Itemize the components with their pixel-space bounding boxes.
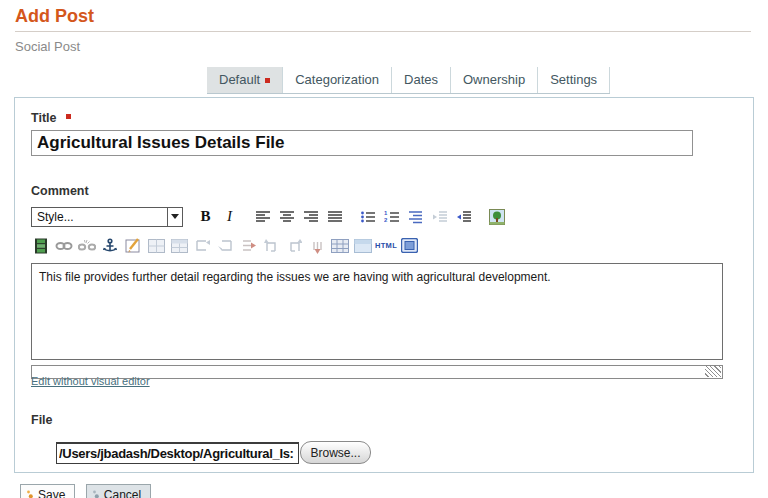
required-icon	[66, 114, 71, 119]
tab-dates[interactable]: Dates	[391, 67, 450, 93]
tab-default[interactable]: Default	[207, 67, 282, 93]
remove-column-icon[interactable]	[307, 237, 327, 254]
insert-link-icon[interactable]	[54, 237, 74, 254]
title-field: Title	[31, 108, 737, 156]
zoom-editor-icon[interactable]	[399, 237, 419, 254]
table-style-icon[interactable]	[353, 237, 373, 254]
table-properties-icon[interactable]	[169, 237, 189, 254]
insert-anchor-icon[interactable]	[100, 237, 120, 254]
file-path-input[interactable]	[56, 442, 299, 464]
page-title: Add Post	[15, 6, 751, 32]
bold-icon[interactable]: B	[196, 208, 215, 226]
title-label: Title	[31, 111, 56, 125]
save-button[interactable]: Save	[20, 484, 75, 498]
add-column-before-icon[interactable]	[261, 237, 281, 254]
align-left-icon[interactable]	[253, 208, 272, 226]
align-center-icon[interactable]	[277, 208, 296, 226]
html-source-icon[interactable]: HTML	[376, 237, 396, 254]
svg-text:1: 1	[384, 210, 388, 216]
page-header: Add Post Social Post	[0, 0, 768, 54]
unordered-list-icon[interactable]	[358, 208, 377, 226]
comment-label: Comment	[31, 184, 89, 198]
browse-button[interactable]: Browse...	[300, 441, 371, 464]
definition-list-icon[interactable]	[406, 208, 425, 226]
table-grid-icon[interactable]	[330, 237, 350, 254]
chevron-down-icon	[167, 208, 182, 226]
file-label: File	[31, 413, 53, 427]
ordered-list-icon[interactable]: 12	[382, 208, 401, 226]
italic-icon[interactable]: I	[220, 208, 239, 226]
cancel-arrow-icon	[92, 489, 100, 498]
comment-editor-area[interactable]: This file provides further detail regard…	[31, 263, 723, 360]
remove-row-icon[interactable]	[238, 237, 258, 254]
add-column-after-icon[interactable]	[284, 237, 304, 254]
add-post-form: Title Comment Style... B I 12	[14, 97, 754, 473]
insert-media-icon[interactable]	[31, 237, 51, 254]
title-input[interactable]	[31, 130, 693, 156]
justify-icon[interactable]	[325, 208, 344, 226]
add-row-before-icon[interactable]	[192, 237, 212, 254]
edit-note-icon[interactable]	[123, 237, 143, 254]
remove-link-icon[interactable]	[77, 237, 97, 254]
editor-toolbar-row2: HTML	[31, 235, 737, 256]
tab-settings[interactable]: Settings	[537, 67, 610, 93]
comment-field: Comment Style... B I 12	[31, 181, 737, 391]
required-icon	[265, 78, 270, 83]
tab-categorization[interactable]: Categorization	[282, 67, 391, 93]
cancel-button[interactable]: Cancel	[86, 484, 151, 498]
insert-table-icon[interactable]	[146, 237, 166, 254]
svg-text:2: 2	[384, 217, 388, 223]
style-select[interactable]: Style...	[31, 207, 183, 227]
file-field: File Browse...	[31, 410, 737, 464]
tab-ownership[interactable]: Ownership	[450, 67, 537, 93]
edit-without-visual-editor-link[interactable]: Edit without visual editor	[31, 375, 150, 387]
save-arrow-icon	[26, 489, 34, 498]
outdent-icon[interactable]	[430, 208, 449, 226]
resize-grip-icon[interactable]	[705, 366, 721, 377]
form-actions: Save Cancel	[20, 484, 768, 498]
insert-image-icon[interactable]	[487, 208, 506, 226]
fieldset-tabs: Default Categorization Dates Ownership S…	[207, 67, 768, 94]
content-type-subtitle: Social Post	[15, 39, 753, 54]
indent-icon[interactable]	[454, 208, 473, 226]
add-row-after-icon[interactable]	[215, 237, 235, 254]
align-right-icon[interactable]	[301, 208, 320, 226]
editor-toolbar-row1: Style... B I 12	[31, 206, 737, 227]
